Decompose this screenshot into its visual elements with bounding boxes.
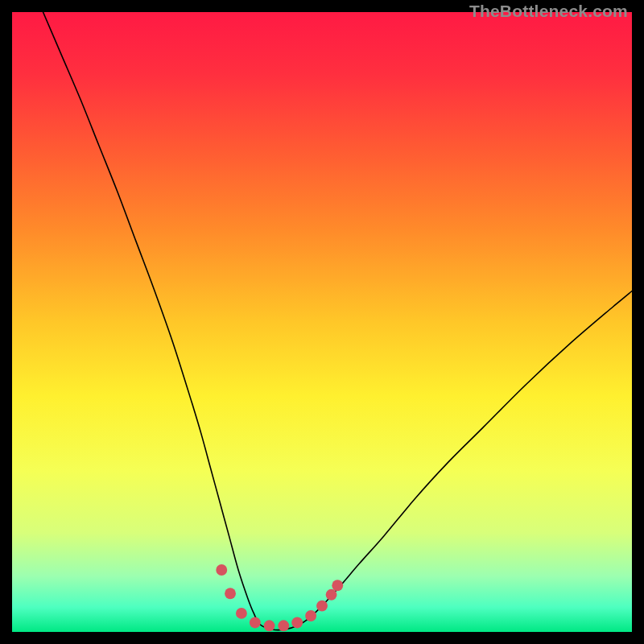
chart-frame (12, 12, 632, 632)
curve-marker (332, 580, 343, 591)
curve-marker (316, 601, 328, 612)
chart-background (12, 12, 632, 632)
curve-marker (225, 588, 236, 599)
curve-marker (326, 589, 337, 601)
curve-marker (305, 610, 316, 621)
curve-marker (216, 564, 227, 576)
watermark-text: TheBottleneck.com (469, 2, 628, 21)
curve-marker (264, 620, 275, 631)
curve-marker (236, 608, 247, 619)
chart-svg (12, 12, 632, 632)
curve-marker (278, 620, 289, 631)
curve-marker (291, 617, 303, 629)
curve-marker (250, 617, 261, 629)
